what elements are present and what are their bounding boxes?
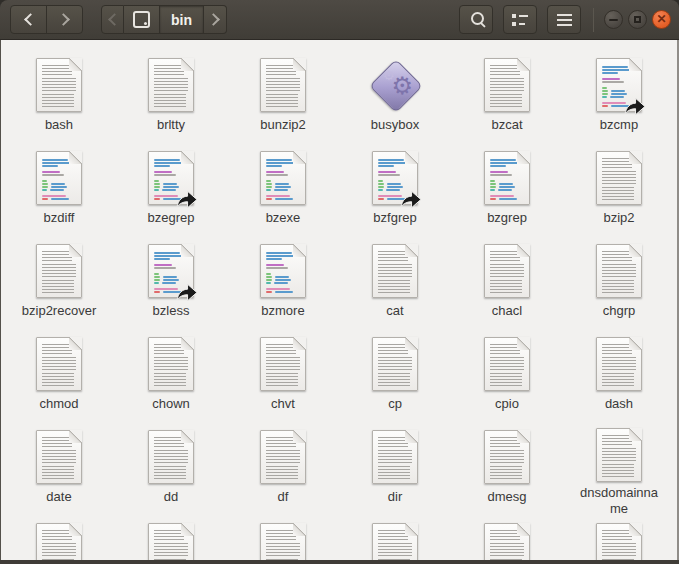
file-icon: ⚙ ⚙	[260, 428, 306, 486]
header-bar: bin	[0, 0, 679, 40]
menu-button[interactable]	[547, 5, 581, 34]
file-item[interactable]: ⚙ ⚙ chgrp	[563, 242, 675, 335]
file-item[interactable]: ⚙ ⚙ bzcat	[451, 56, 563, 149]
path-scroll-right-button[interactable]	[204, 5, 227, 34]
file-item[interactable]: ⚙ ⚙ bzless	[115, 242, 227, 335]
file-item[interactable]: ⚙ ⚙ brltty	[115, 56, 227, 149]
file-item[interactable]: ⚙ ⚙	[563, 521, 675, 560]
file-item[interactable]: ⚙ ⚙ bzip2recover	[3, 242, 115, 335]
minimize-button[interactable]	[604, 10, 623, 29]
file-item[interactable]: ⚙ ⚙	[3, 521, 115, 560]
file-item[interactable]: ⚙ ⚙	[339, 521, 451, 560]
document-page	[260, 337, 306, 391]
text-lines	[490, 344, 525, 386]
page-fold-corner	[517, 151, 530, 164]
file-item[interactable]: ⚙ ⚙ chown	[115, 335, 227, 428]
file-item[interactable]: ⚙ ⚙ cat	[339, 242, 451, 335]
document-page	[36, 523, 82, 560]
document-page	[372, 337, 418, 391]
file-icon: ⚙ ⚙	[260, 56, 306, 114]
file-name: cp	[388, 396, 402, 412]
file-item[interactable]: ⚙ ⚙ dash	[563, 335, 675, 428]
file-icon: ⚙ ⚙	[260, 335, 306, 393]
page-fold-corner	[293, 523, 306, 536]
view-toggle-button[interactable]	[503, 5, 537, 34]
document-page	[148, 337, 194, 391]
file-item[interactable]: ⚙ ⚙ date	[3, 428, 115, 521]
file-icon: ⚙ ⚙	[260, 242, 306, 300]
page-fold-corner	[629, 428, 642, 441]
file-item[interactable]: ⚙ ⚙ bzcmp	[563, 56, 675, 149]
file-icon: ⚙ ⚙	[596, 149, 642, 207]
file-item[interactable]: ⚙ ⚙	[451, 521, 563, 560]
file-icon: ⚙ ⚙	[148, 335, 194, 393]
file-name: cat	[386, 303, 403, 319]
file-item[interactable]: ⚙ ⚙ cp	[339, 335, 451, 428]
file-item[interactable]: ⚙ ⚙ bunzip2	[227, 56, 339, 149]
file-item[interactable]: ⚙ ⚙ bash	[3, 56, 115, 149]
gear-icon: ⚙	[391, 74, 413, 98]
text-lines	[378, 437, 413, 479]
document-page	[148, 58, 194, 112]
page-fold-corner	[405, 523, 418, 536]
file-icon: ⚙ ⚙	[148, 428, 194, 486]
file-item[interactable]: ⚙ ⚙ dmesg	[451, 428, 563, 521]
close-button[interactable]: ✕	[652, 10, 671, 29]
file-icon: ⚙ ⚙	[148, 56, 194, 114]
file-item[interactable]: ⚙ ⚙ busybox	[339, 56, 451, 149]
file-item[interactable]: ⚙ ⚙ df	[227, 428, 339, 521]
page-fold-corner	[629, 337, 642, 350]
close-icon: ✕	[656, 13, 666, 25]
page-fold-corner	[69, 244, 82, 257]
text-lines	[266, 344, 301, 386]
file-icon: ⚙ ⚙	[148, 149, 194, 207]
document-page	[260, 58, 306, 112]
back-button[interactable]	[10, 5, 47, 34]
file-item[interactable]: ⚙ ⚙ dir	[339, 428, 451, 521]
file-item[interactable]: ⚙ ⚙ bzmore	[227, 242, 339, 335]
file-name: dir	[388, 489, 402, 505]
file-item[interactable]: ⚙ ⚙ bzip2	[563, 149, 675, 242]
page-fold-corner	[405, 430, 418, 443]
document-page	[372, 523, 418, 560]
file-item[interactable]: ⚙ ⚙	[227, 521, 339, 560]
page-fold-corner	[405, 151, 418, 164]
text-lines	[490, 65, 525, 107]
file-item[interactable]: ⚙ ⚙ cpio	[451, 335, 563, 428]
path-scroll-left-button[interactable]	[101, 5, 124, 34]
page-fold-corner	[181, 523, 194, 536]
file-icon: ⚙ ⚙	[36, 428, 82, 486]
text-lines	[42, 251, 77, 293]
file-name: bzip2recover	[22, 303, 96, 319]
gear-icon: ⚙	[383, 69, 395, 82]
forward-button[interactable]	[46, 5, 83, 34]
document-page	[36, 151, 82, 205]
file-icon: ⚙ ⚙	[36, 149, 82, 207]
file-item[interactable]: ⚙ ⚙ dd	[115, 428, 227, 521]
file-item[interactable]: ⚙ ⚙ bzdiff	[3, 149, 115, 242]
filesystem-root-button[interactable]	[124, 5, 160, 34]
file-item[interactable]: ⚙ ⚙ bzexe	[227, 149, 339, 242]
toolbar-buttons	[459, 5, 581, 34]
page-fold-corner	[517, 430, 530, 443]
document-page	[596, 244, 642, 298]
script-lines	[490, 158, 525, 200]
symlink-arrow-emblem	[400, 190, 422, 209]
hamburger-icon	[557, 14, 572, 26]
file-item[interactable]: ⚙ ⚙ bzfgrep	[339, 149, 451, 242]
file-icon: ⚙ ⚙	[372, 242, 418, 300]
file-item[interactable]: ⚙ ⚙ bzegrep	[115, 149, 227, 242]
file-icon: ⚙ ⚙	[372, 428, 418, 486]
file-name: dnsdomainname	[577, 485, 661, 517]
file-item[interactable]: ⚙ ⚙ chmod	[3, 335, 115, 428]
file-name: bunzip2	[260, 117, 306, 133]
search-button[interactable]	[459, 5, 493, 34]
file-item[interactable]: ⚙ ⚙ bzgrep	[451, 149, 563, 242]
file-item[interactable]: ⚙ ⚙	[115, 521, 227, 560]
file-item[interactable]: ⚙ ⚙ chvt	[227, 335, 339, 428]
current-folder-button[interactable]: bin	[160, 5, 204, 34]
file-name: cpio	[495, 396, 519, 412]
file-item[interactable]: ⚙ ⚙ dnsdomainname	[563, 428, 675, 521]
maximize-button[interactable]	[628, 10, 647, 29]
file-item[interactable]: ⚙ ⚙ chacl	[451, 242, 563, 335]
